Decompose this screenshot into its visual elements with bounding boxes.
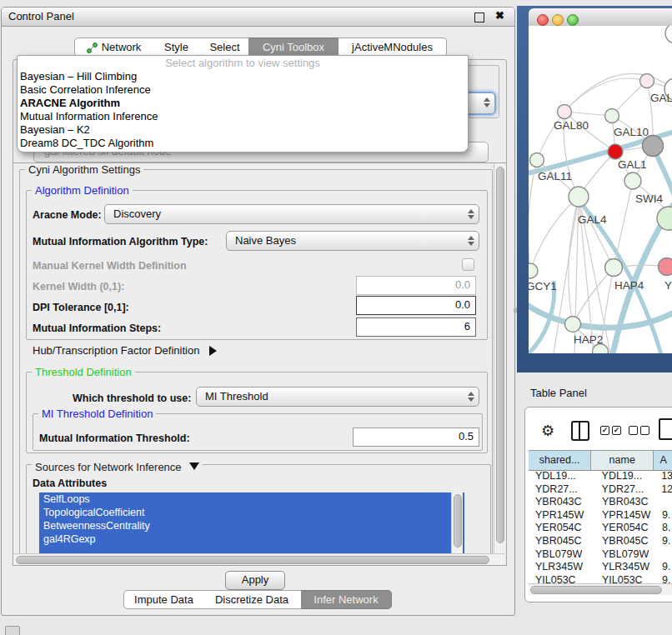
network-node[interactable] bbox=[643, 136, 664, 157]
network-node[interactable] bbox=[529, 263, 538, 278]
manual-kernel-checkbox[interactable] bbox=[462, 258, 474, 271]
algorithm-option[interactable]: ARACNE Algorithm bbox=[18, 97, 468, 110]
table-panel-window: ⚙ ✓ ✓ shared... name A YDL19...YDL19...1… bbox=[524, 407, 672, 602]
column-view-icon[interactable] bbox=[571, 421, 589, 441]
attribute-item[interactable]: TopologicalCoefficient bbox=[39, 506, 464, 519]
node-label: SWI4 bbox=[635, 192, 663, 205]
tab-select[interactable]: Select bbox=[201, 38, 249, 57]
unchecked-box-icon[interactable] bbox=[640, 426, 649, 435]
dpi-tolerance-value: 0.0 bbox=[455, 298, 470, 311]
network-node[interactable] bbox=[640, 74, 654, 88]
network-node[interactable] bbox=[569, 187, 589, 207]
float-window-icon[interactable] bbox=[474, 12, 484, 22]
combo-stepper-icon bbox=[467, 390, 474, 403]
zoom-window-icon[interactable] bbox=[567, 14, 579, 26]
column-header-shared-name[interactable]: shared... bbox=[529, 451, 591, 470]
dpi-tolerance-field[interactable]: 0.0 bbox=[356, 296, 476, 315]
mi-steps-field[interactable]: 6 bbox=[356, 318, 476, 337]
node-label: GAL80 bbox=[554, 119, 589, 132]
network-node[interactable] bbox=[624, 172, 641, 189]
mi-threshold-field[interactable]: 0.5 bbox=[353, 428, 479, 447]
close-window-icon[interactable] bbox=[537, 14, 549, 26]
table-row[interactable]: YBL079WYBL079W bbox=[529, 548, 672, 562]
table-body: YDL19...YDL19...13YDR27...YDR27...12YBR0… bbox=[529, 470, 672, 583]
minimized-panel-icon[interactable] bbox=[5, 626, 20, 635]
network-node[interactable] bbox=[659, 258, 672, 276]
tab-network[interactable]: Network bbox=[74, 38, 153, 57]
mi-type-combo[interactable]: Naive Bayes bbox=[226, 231, 479, 251]
tab-style[interactable]: Style bbox=[152, 38, 202, 57]
attribute-item[interactable]: SelfLoops bbox=[39, 492, 464, 506]
attribute-item[interactable]: BetweennessCentrality bbox=[39, 519, 464, 532]
table-cell: 8. bbox=[659, 522, 670, 535]
table-row[interactable]: YBR045CYBR045C9. bbox=[529, 535, 672, 548]
algorithm-option[interactable]: Dream8 DC_TDC Algorithm bbox=[18, 137, 468, 150]
hub-section-label: Hub/Transcription Factor Definition bbox=[33, 344, 199, 357]
network-window-titlebar[interactable] bbox=[529, 8, 672, 27]
algorithm-option[interactable]: Bayesian – K2 bbox=[18, 123, 468, 137]
column-header-name[interactable]: name bbox=[591, 451, 654, 470]
document-icon[interactable] bbox=[659, 418, 672, 440]
table-cell: YER054C bbox=[595, 522, 659, 535]
algorithm-dropdown-popup: Select algorithm to view settings Bayesi… bbox=[17, 55, 469, 152]
checked-box-icon[interactable]: ✓ bbox=[600, 426, 609, 435]
table-cell: 9. bbox=[659, 561, 670, 574]
table-cell bbox=[659, 496, 662, 509]
algorithm-option[interactable]: Bayesian – Hill Climbing bbox=[18, 70, 468, 83]
mi-threshold-value: 0.5 bbox=[459, 430, 474, 442]
node-label: GCY1 bbox=[529, 280, 557, 292]
minimize-window-icon[interactable] bbox=[552, 14, 564, 26]
tab-discretize-data[interactable]: Discretize Data bbox=[203, 590, 302, 609]
network-node[interactable] bbox=[605, 109, 619, 123]
aracne-mode-combo[interactable]: Discovery bbox=[104, 204, 479, 224]
table-horizontal-scrollbar[interactable] bbox=[529, 583, 672, 595]
tab-label: jActiveMNodules bbox=[352, 41, 433, 53]
which-threshold-label: Which threshold to use: bbox=[73, 392, 191, 404]
which-threshold-combo[interactable]: MI Threshold bbox=[196, 387, 479, 407]
checked-box-icon[interactable]: ✓ bbox=[612, 426, 621, 435]
control-panel-titlebar[interactable]: Control Panel ✖ bbox=[2, 8, 514, 27]
cyni-settings-group-title: Cyni Algorithm Settings bbox=[25, 163, 143, 176]
gear-icon[interactable]: ⚙ bbox=[541, 422, 554, 440]
mi-threshold-group-title: MI Threshold Definition bbox=[38, 408, 156, 420]
network-node[interactable] bbox=[605, 259, 623, 277]
tab-impute-data[interactable]: Impute Data bbox=[123, 590, 204, 609]
kernel-width-label: Kernel Width (0,1): bbox=[33, 281, 124, 292]
table-row[interactable]: YDR27...YDR27...12 bbox=[529, 483, 672, 497]
kernel-width-field[interactable]: 0.0 bbox=[356, 276, 476, 295]
data-attributes-label: Data Attributes bbox=[33, 478, 107, 489]
close-panel-icon[interactable]: ✖ bbox=[495, 9, 504, 22]
attributes-scrollbar[interactable] bbox=[451, 492, 463, 553]
apply-button[interactable]: Apply bbox=[225, 571, 285, 590]
table-row[interactable]: YDL19...YDL19...13 bbox=[529, 470, 672, 483]
data-attributes-list[interactable]: SelfLoopsTopologicalCoefficientBetweenne… bbox=[39, 492, 464, 553]
algorithm-option[interactable]: Basic Correlation Inference bbox=[18, 83, 468, 97]
network-node[interactable] bbox=[608, 144, 623, 159]
attribute-item[interactable]: gal4RGexp bbox=[39, 532, 464, 546]
expanded-arrow-icon[interactable] bbox=[189, 462, 199, 475]
tab-infer-network[interactable]: Infer Network bbox=[301, 590, 392, 609]
table-row[interactable]: YLR345WYLR345W9. bbox=[529, 561, 672, 574]
tab-label: Discretize Data bbox=[215, 593, 288, 606]
network-node[interactable] bbox=[530, 153, 544, 168]
settings-horizontal-scrollbar[interactable] bbox=[13, 553, 504, 565]
algorithm-option[interactable]: Mutual Information Inference bbox=[18, 110, 468, 123]
table-row[interactable]: YBR043CYBR043C bbox=[529, 496, 672, 509]
network-node[interactable] bbox=[665, 26, 672, 43]
table-cell: YBL079W bbox=[529, 548, 595, 562]
network-canvas[interactable]: GALGAL80GAL10GAL1GAL11SWI4GAL4GCY1HAP4YH… bbox=[529, 26, 672, 353]
network-node[interactable] bbox=[565, 317, 581, 332]
network-node[interactable] bbox=[558, 105, 572, 119]
tab-jactivemnodules[interactable]: jActiveMNodules bbox=[339, 38, 447, 57]
table-cell: YDR27... bbox=[529, 483, 595, 497]
settings-vertical-scrollbar[interactable] bbox=[494, 163, 505, 553]
table-row[interactable]: YIL053CYIL053C9. bbox=[529, 574, 672, 583]
unchecked-box-icon[interactable] bbox=[629, 426, 638, 435]
column-header-partial[interactable]: A bbox=[654, 451, 672, 470]
table-row[interactable]: YPR145WYPR145W9. bbox=[529, 509, 672, 522]
dropdown-placeholder: Select algorithm to view settings bbox=[18, 56, 468, 70]
table-row[interactable]: YER054CYER054C8. bbox=[529, 522, 672, 535]
aracne-mode-value: Discovery bbox=[113, 208, 161, 220]
tab-cyni-toolbox[interactable]: Cyni Toolbox bbox=[248, 38, 339, 57]
hub-section-toggle[interactable]: Hub/Transcription Factor Definition bbox=[33, 344, 222, 357]
